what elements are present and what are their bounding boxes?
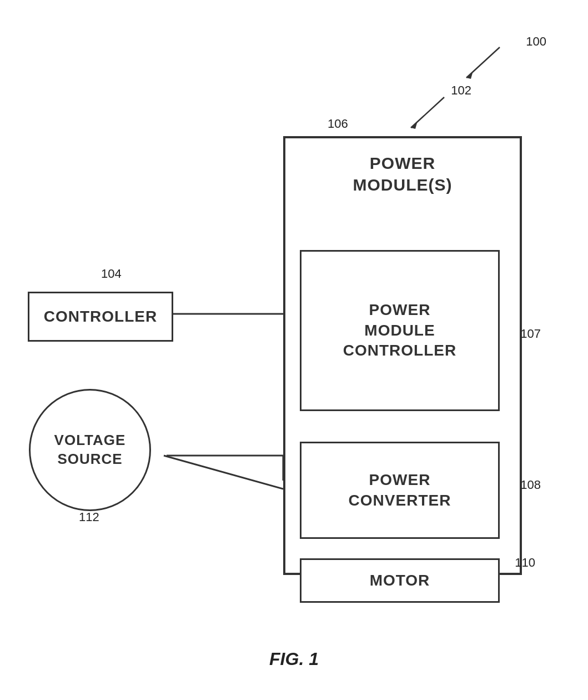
ref-110-label: 110 [515, 556, 535, 570]
svg-marker-3 [411, 121, 418, 129]
motor-label: MOTOR [370, 571, 430, 591]
power-module-controller-box: POWERMODULECONTROLLER [300, 250, 500, 411]
ref-100-label: 100 [526, 34, 546, 49]
diagram: 100 102 POWERMODULE(S) 106 CONTROLLER 10… [0, 0, 588, 700]
power-converter-box: POWERCONVERTER [300, 442, 500, 539]
ref-107-label: 107 [520, 327, 541, 341]
controller-box: CONTROLLER [28, 292, 173, 342]
figure-caption: FIG. 1 [0, 649, 588, 669]
ref-104-label: 104 [101, 267, 122, 281]
ref-108-label: 108 [520, 478, 541, 492]
svg-marker-1 [466, 71, 473, 79]
voltage-source-circle: VOLTAGESOURCE [29, 389, 151, 511]
voltage-source-label: VOLTAGESOURCE [54, 431, 126, 469]
motor-box: MOTOR [300, 558, 500, 603]
ref-112-label: 112 [79, 510, 99, 524]
power-modules-label: POWERMODULE(S) [285, 152, 520, 196]
controller-label: CONTROLLER [44, 307, 157, 327]
svg-line-5 [164, 456, 283, 489]
svg-line-0 [466, 47, 500, 78]
ref-106-label: 106 [328, 117, 348, 131]
power-module-controller-label: POWERMODULECONTROLLER [343, 300, 456, 361]
svg-line-2 [411, 97, 444, 128]
ref-102-label: 102 [451, 83, 471, 98]
power-converter-label: POWERCONVERTER [349, 470, 451, 511]
